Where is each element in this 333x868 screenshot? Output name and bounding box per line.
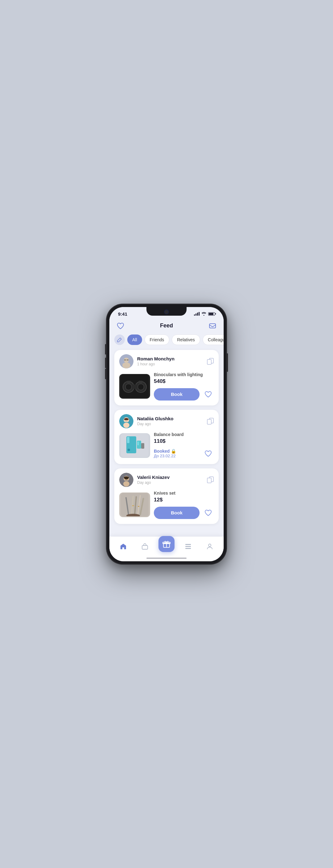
tab-colleagues[interactable]: Colleagues (203, 335, 224, 345)
item-actions-2: Booked 🔒 До 23.02.22 (154, 448, 214, 459)
booked-status-2: Booked 🔒 До 23.02.22 (154, 448, 214, 459)
item-details-2: Balance board 110$ Booked 🔒 До 23.02.22 (154, 432, 214, 459)
svg-rect-45 (138, 506, 139, 507)
feed-card-3: Valerii Kniazev Day ago (114, 468, 219, 524)
favorite-button-3[interactable] (203, 507, 214, 518)
header-heart-button[interactable] (115, 321, 126, 331)
avatar-nataliia (119, 414, 134, 428)
user-time-valerii: Day ago (137, 480, 203, 485)
svg-rect-36 (207, 478, 211, 483)
item-name-1: Binoculars with lighting (154, 372, 214, 377)
item-price-3: 12$ (154, 497, 214, 503)
list-icon (185, 543, 192, 550)
gift-icon (163, 540, 170, 548)
add-button[interactable] (159, 536, 174, 552)
page-title: Feed (160, 322, 173, 329)
phone-frame: 9:41 Feed (106, 304, 227, 564)
svg-rect-28 (137, 441, 139, 445)
item-row-2: Balance board 110$ Booked 🔒 До 23.02.22 (119, 432, 214, 459)
item-actions-1: Book (154, 388, 214, 401)
nav-add[interactable] (156, 541, 177, 552)
tab-relatives[interactable]: Relatives (172, 335, 200, 345)
svg-rect-8 (207, 360, 211, 364)
header-inbox-button[interactable] (207, 321, 218, 331)
home-icon (119, 543, 127, 550)
svg-rect-16 (139, 381, 142, 383)
nav-profile[interactable] (199, 543, 221, 550)
avatar-roman (119, 354, 134, 368)
svg-rect-51 (185, 548, 191, 549)
binoculars-svg (121, 375, 148, 398)
item-price-1: 540$ (154, 378, 214, 384)
nav-list[interactable] (177, 543, 199, 550)
heart-outline-icon-2 (204, 450, 212, 457)
inbox-icon (209, 322, 216, 329)
svg-rect-34 (124, 477, 129, 478)
svg-point-11 (126, 384, 132, 390)
user-name-roman: Roman Monchyn (137, 356, 203, 361)
nav-shop[interactable] (134, 543, 156, 550)
svg-rect-50 (185, 546, 191, 547)
user-info-valerii: Valerii Kniazev Day ago (137, 474, 203, 485)
app-header: Feed (109, 318, 224, 333)
user-name-valerii: Valerii Kniazev (137, 474, 203, 480)
tab-all[interactable]: All (127, 335, 142, 345)
signal-icon (194, 312, 199, 316)
battery-icon (208, 312, 215, 316)
item-image-binoculars (119, 374, 150, 399)
avatar-valerii (119, 473, 134, 487)
item-details-3: Knives set 12$ Book (154, 491, 214, 519)
svg-point-3 (122, 362, 130, 368)
phone-screen: 9:41 Feed (109, 307, 224, 561)
status-icons (194, 312, 215, 316)
copy-button-3[interactable] (207, 476, 214, 483)
book-button-1[interactable]: Book (154, 388, 199, 401)
edit-filter-button[interactable] (114, 335, 125, 345)
avatar-nataliia-img (119, 414, 134, 428)
favorite-button-1[interactable] (203, 389, 214, 400)
svg-rect-29 (141, 443, 144, 448)
item-image-balance (119, 433, 150, 458)
user-time-roman: 1 hour ago (137, 362, 203, 366)
copy-icon (207, 358, 214, 365)
item-actions-3: Book (154, 507, 214, 519)
home-indicator (146, 558, 187, 559)
svg-rect-46 (142, 546, 148, 549)
item-price-2: 110$ (154, 438, 214, 444)
item-details-1: Binoculars with lighting 540$ Book (154, 372, 214, 401)
svg-point-13 (138, 384, 144, 390)
user-name-nataliia: Nataliia Glushko (137, 416, 203, 421)
filter-tabs-row: All Friends Relatives Colleagues (109, 333, 224, 348)
item-name-3: Knives set (154, 491, 214, 496)
user-row-3: Valerii Kniazev Day ago (119, 473, 214, 487)
svg-rect-49 (185, 544, 191, 545)
user-info-roman: Roman Monchyn 1 hour ago (137, 356, 203, 366)
item-row-1: Binoculars with lighting 540$ Book (119, 372, 214, 401)
svg-rect-15 (127, 381, 131, 383)
book-button-3[interactable]: Book (154, 507, 199, 519)
shop-icon (141, 543, 148, 550)
feed-content: Roman Monchyn 1 hour ago (109, 348, 224, 561)
heart-outline-icon-3 (204, 509, 212, 516)
avatar-valerii-img (119, 473, 134, 487)
svg-rect-25 (127, 437, 130, 443)
notch-camera (165, 310, 168, 314)
svg-rect-5 (127, 360, 129, 361)
svg-point-20 (123, 423, 130, 428)
tab-friends[interactable]: Friends (144, 335, 170, 345)
svg-point-33 (123, 481, 130, 487)
user-row-2: Nataliia Glushko Day ago (119, 414, 214, 428)
booked-date: До 23.02.22 (154, 454, 199, 458)
item-row-3: Knives set 12$ Book (119, 491, 214, 519)
copy-button-1[interactable] (207, 358, 214, 365)
svg-rect-22 (207, 420, 211, 424)
svg-rect-0 (210, 324, 216, 328)
copy-icon-2 (207, 418, 214, 425)
favorite-button-2[interactable] (203, 448, 214, 459)
copy-button-2[interactable] (207, 418, 214, 425)
feed-card-1: Roman Monchyn 1 hour ago (114, 350, 219, 405)
profile-icon (206, 543, 214, 550)
nav-home[interactable] (112, 543, 134, 550)
user-info-nataliia: Nataliia Glushko Day ago (137, 416, 203, 426)
svg-point-52 (209, 544, 211, 547)
